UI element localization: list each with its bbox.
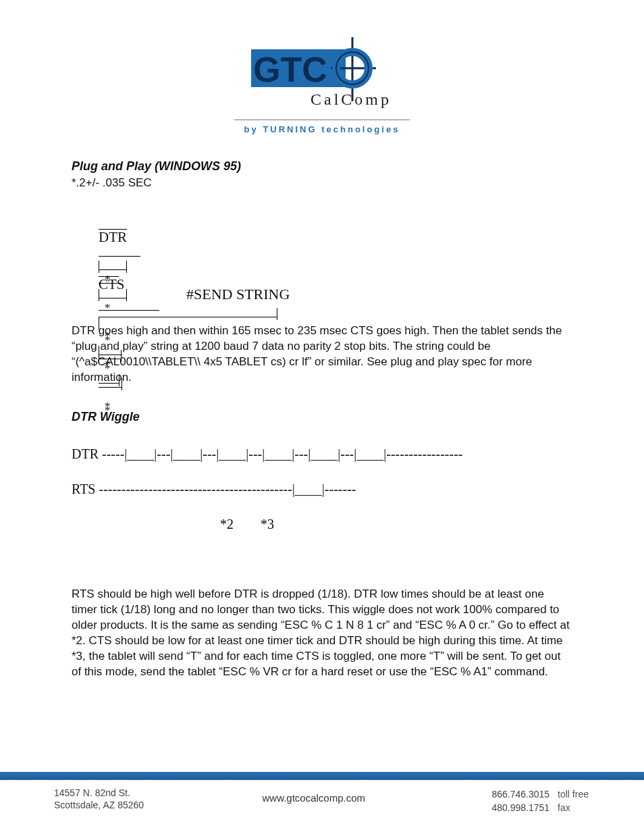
header: GTC CalComp by TURNING technologies — [0, 0, 644, 135]
logo: GTC CalComp by TURNING technologies — [231, 37, 413, 134]
logo-tagline: by TURNING technologies — [231, 124, 413, 134]
footer-website: www.gtcocalcomp.com — [144, 787, 483, 804]
footer: 14557 N. 82nd St. Scottsdale, AZ 85260 w… — [0, 787, 644, 815]
footer-phones: 866.746.3015 toll free 480.998.1751 fax — [483, 787, 590, 815]
wiggle-dtr-line: DTR -----|____|---|____|---|____|---|___… — [72, 445, 572, 463]
wiggle-markers: *2 *3 — [72, 515, 572, 533]
wiggle-rts-line: RTS ------------------------------------… — [72, 480, 572, 498]
paragraph-pnp: DTR goes high and then within 165 msec t… — [72, 323, 572, 386]
svg-text:CalComp: CalComp — [311, 90, 392, 108]
address-line-1: 14557 N. 82nd St. — [54, 787, 144, 799]
footer-divider — [0, 772, 644, 780]
timing-diagram-wiggle: DTR -----|____|---|____|---|____|---|___… — [72, 427, 572, 568]
phone-fax: 480.998.1751 — [485, 802, 549, 814]
footer-address: 14557 N. 82nd St. Scottsdale, AZ 85260 — [54, 787, 144, 811]
svg-text:GTC: GTC — [253, 50, 327, 89]
gtco-calcomp-logo-icon: GTC CalComp — [231, 37, 413, 111]
signal-cts: CTS — [99, 276, 125, 292]
phone-fax-label: fax — [551, 802, 589, 814]
paragraph-wiggle: RTS should be high well before DTR is dr… — [72, 587, 572, 680]
timing-spec: *.2+/- .035 SEC — [72, 176, 572, 191]
phone-tollfree: 866.746.3015 — [485, 788, 549, 800]
address-line-2: Scottsdale, AZ 85260 — [54, 799, 144, 811]
phone-tollfree-label: toll free — [551, 788, 589, 800]
content: Plug and Play (WINDOWS 95) *.2+/- .035 S… — [0, 135, 644, 680]
send-string-label: #SEND STRING — [72, 284, 572, 305]
signal-dtr: DTR — [99, 229, 127, 245]
timing-diagram-pnp: DTR * * * * * CTS — [72, 199, 572, 282]
heading-dtr-wiggle: DTR Wiggle — [72, 409, 572, 425]
page: GTC CalComp by TURNING technologies Plug… — [0, 0, 644, 834]
heading-plug-and-play: Plug and Play (WINDOWS 95) — [72, 158, 572, 174]
